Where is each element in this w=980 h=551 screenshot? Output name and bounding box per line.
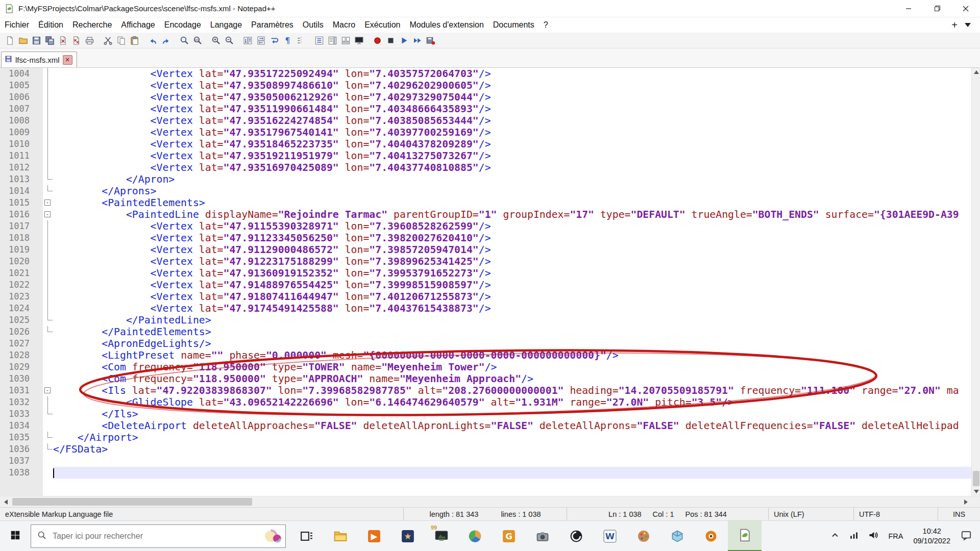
- code-text[interactable]: <Vertex lat="47.93519211951979" lon="7.4…: [53, 150, 980, 162]
- media-player-icon[interactable]: ▶: [357, 521, 391, 551]
- sync-horizontal-scroll-button[interactable]: [256, 35, 266, 45]
- menu-outils[interactable]: Outils: [298, 20, 328, 30]
- code-text[interactable]: <Vertex lat="47.93511990661484" lon="7.4…: [53, 103, 980, 115]
- volume-status[interactable]: [864, 521, 883, 551]
- horizontal-scrollbar-thumb[interactable]: [12, 498, 252, 506]
- macro-save-button[interactable]: [425, 35, 435, 45]
- indent-guide-button[interactable]: [296, 35, 306, 45]
- code-text[interactable]: <DeleteAirport deleteAllApproaches="FALS…: [53, 420, 980, 432]
- code-text[interactable]: <Vertex lat="47.91745491425588" lon="7.4…: [53, 303, 980, 314]
- menu-affichage[interactable]: Affichage: [116, 20, 159, 30]
- line-number[interactable]: 1026: [0, 326, 43, 338]
- line-number[interactable]: 1024: [0, 303, 43, 314]
- save-file-button[interactable]: [31, 35, 41, 45]
- menu-param-tres[interactable]: Paramètres: [247, 20, 298, 30]
- macro-record-button[interactable]: [372, 35, 382, 45]
- function-list-button[interactable]: [314, 35, 324, 45]
- line-number[interactable]: 1012: [0, 162, 43, 173]
- line-number[interactable]: 1006: [0, 91, 43, 103]
- menu-recherche[interactable]: Recherche: [68, 20, 116, 30]
- replace-button[interactable]: ab: [192, 35, 203, 45]
- code-text[interactable]: <PaintedElements>: [53, 197, 980, 209]
- hidden-icons-chevron[interactable]: [826, 521, 844, 551]
- code-text[interactable]: </Apron>: [53, 173, 980, 185]
- search-input[interactable]: [52, 531, 259, 541]
- line-number[interactable]: 1018: [0, 232, 43, 244]
- vertical-scrollbar-thumb[interactable]: [973, 471, 979, 486]
- line-number[interactable]: 1005: [0, 80, 43, 91]
- code-text[interactable]: <Vertex lat="47.93517225092494" lon="7.4…: [53, 68, 980, 80]
- line-number[interactable]: 1030: [0, 373, 43, 385]
- code-text[interactable]: <Vertex lat="47.91488976554425" lon="7.3…: [53, 279, 980, 291]
- open-file-button[interactable]: [18, 35, 28, 45]
- tab-list-dropdown-icon[interactable]: [965, 23, 971, 27]
- tab-lfsc-msfs-xml[interactable]: lfsc-msfs.xml ✕: [1, 52, 77, 67]
- obs-studio-icon[interactable]: [559, 521, 593, 551]
- action-center-button[interactable]: [955, 521, 980, 551]
- close-all-button[interactable]: [71, 35, 81, 45]
- line-number[interactable]: 1010: [0, 138, 43, 150]
- horizontal-scrollbar[interactable]: [0, 496, 980, 507]
- line-number[interactable]: 1037: [0, 455, 43, 467]
- menu-encodage[interactable]: Encodage: [160, 20, 206, 30]
- taskbar-clock[interactable]: 10:42 09/10/2022: [908, 527, 955, 546]
- code-text[interactable]: <Vertex lat="47.93516224274854" lon="7.4…: [53, 115, 980, 127]
- keyboard-language[interactable]: FRA: [883, 532, 908, 540]
- line-number[interactable]: 1033: [0, 408, 43, 420]
- code-text[interactable]: <Vertex lat="47.91123345056250" lon="7.3…: [53, 232, 980, 244]
- line-number[interactable]: 1016: [0, 209, 43, 220]
- vertical-scrollbar[interactable]: [971, 68, 980, 496]
- code-text[interactable]: [53, 467, 980, 479]
- redo-button[interactable]: [161, 35, 171, 45]
- paint-app-icon[interactable]: [627, 521, 660, 551]
- line-number[interactable]: 1017: [0, 220, 43, 232]
- code-text[interactable]: </FSData>: [53, 443, 980, 455]
- close-file-button[interactable]: [58, 35, 68, 45]
- code-text[interactable]: <ApronEdgeLights/>: [53, 338, 980, 349]
- minimize-button[interactable]: [894, 0, 923, 17]
- code-text[interactable]: </Ils>: [53, 408, 980, 420]
- insert-mode-status[interactable]: INS: [938, 508, 980, 520]
- code-text[interactable]: <Vertex lat="47.93518465223735" lon="7.4…: [53, 138, 980, 150]
- code-text[interactable]: </PaintedElements>: [53, 326, 980, 338]
- restore-button[interactable]: [923, 0, 951, 17]
- word-processor-icon[interactable]: W: [593, 521, 627, 551]
- screenshot-tool-icon[interactable]: [526, 521, 559, 551]
- document-map-button[interactable]: [327, 35, 337, 45]
- undo-button[interactable]: [148, 35, 158, 45]
- menu-modules-d-extension[interactable]: Modules d'extension: [405, 20, 488, 30]
- close-button[interactable]: [951, 0, 980, 17]
- scroll-right-arrow[interactable]: [960, 496, 971, 507]
- scroll-left-arrow[interactable]: [0, 496, 11, 507]
- menu-fichier[interactable]: Fichier: [0, 20, 34, 30]
- scroll-down-arrow[interactable]: [972, 487, 980, 496]
- save-all-button[interactable]: [44, 35, 55, 45]
- eol-format-status[interactable]: Unix (LF): [768, 508, 853, 520]
- line-number[interactable]: 1009: [0, 127, 43, 138]
- code-text[interactable]: <Ils lat="47.92203839868307" lon="7.3996…: [53, 385, 980, 396]
- game-launcher-icon[interactable]: 99: [425, 521, 458, 551]
- editor-area[interactable]: 1004 <Vertex lat="47.93517225092494" lon…: [0, 68, 980, 496]
- start-button[interactable]: [0, 521, 31, 551]
- cut-button[interactable]: [103, 35, 113, 45]
- code-text[interactable]: [53, 455, 980, 467]
- fold-margin[interactable]: -: [43, 209, 53, 220]
- show-all-characters-button[interactable]: ¶: [282, 35, 292, 45]
- line-number[interactable]: 1021: [0, 267, 43, 279]
- code-text[interactable]: <Vertex lat="47.91807411644947" lon="7.4…: [53, 291, 980, 303]
- tab-close-icon[interactable]: ✕: [63, 55, 72, 65]
- code-text[interactable]: <GlideSlope lat="43.09652142226696" lon=…: [53, 396, 980, 408]
- line-number[interactable]: 1035: [0, 432, 43, 443]
- menu-documents[interactable]: Documents: [488, 20, 539, 30]
- code-text[interactable]: <Vertex lat="47.91129000486572" lon="7.3…: [53, 244, 980, 256]
- line-number[interactable]: 1013: [0, 173, 43, 185]
- file-explorer-icon[interactable]: [324, 521, 357, 551]
- scroll-up-arrow[interactable]: [972, 68, 980, 77]
- code-text[interactable]: <Vertex lat="47.93516970425089" lon="7.4…: [53, 162, 980, 173]
- monitoring-button[interactable]: [354, 35, 364, 45]
- sync-vertical-scroll-button[interactable]: [242, 35, 253, 45]
- paste-button[interactable]: [129, 35, 139, 45]
- line-number[interactable]: 1007: [0, 103, 43, 115]
- line-number[interactable]: 1036: [0, 443, 43, 455]
- line-number[interactable]: 1022: [0, 279, 43, 291]
